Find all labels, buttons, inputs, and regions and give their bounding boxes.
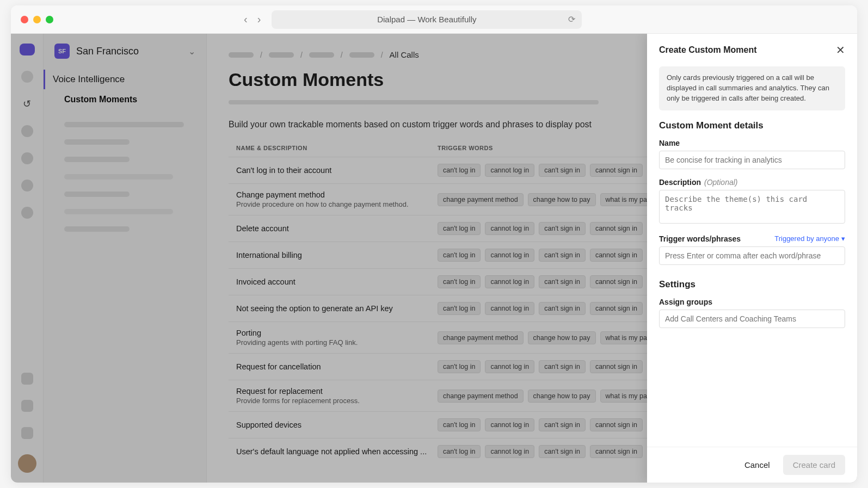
optional-hint: (Optional) — [704, 178, 737, 187]
assign-groups-label: Assign groups — [659, 298, 845, 306]
maximize-window-icon[interactable] — [46, 16, 53, 23]
close-window-icon[interactable] — [21, 16, 28, 23]
caret-down-icon: ▾ — [841, 234, 845, 243]
triggered-by-dropdown[interactable]: Triggered by anyone ▾ — [774, 234, 845, 243]
forward-icon[interactable]: › — [257, 13, 261, 26]
description-input[interactable] — [659, 190, 845, 224]
create-card-button[interactable]: Create card — [783, 455, 845, 475]
close-icon[interactable]: ✕ — [836, 44, 845, 57]
window-controls — [21, 16, 53, 23]
page-url-title: Dialpad — Work Beautifully — [377, 15, 476, 24]
trigger-words-input[interactable] — [659, 246, 845, 265]
reload-icon[interactable]: ⟳ — [568, 14, 575, 24]
assign-groups-input[interactable] — [659, 310, 845, 328]
address-bar[interactable]: Dialpad — Work Beautifully ⟳ — [272, 10, 582, 29]
description-label: Description — [659, 178, 701, 187]
minimize-window-icon[interactable] — [33, 16, 41, 23]
trigger-words-label: Trigger words/phrases — [659, 234, 741, 243]
name-label: Name — [659, 139, 845, 147]
cancel-button[interactable]: Cancel — [738, 455, 777, 475]
settings-heading: Settings — [659, 279, 845, 290]
back-icon[interactable]: ‹ — [244, 13, 248, 26]
create-custom-moment-panel: Create Custom Moment ✕ Only cards previo… — [647, 34, 857, 483]
info-message: Only cards previously triggered on a cal… — [659, 66, 845, 110]
panel-title: Create Custom Moment — [659, 45, 757, 55]
name-input[interactable] — [659, 151, 845, 169]
titlebar: ‹ › Dialpad — Work Beautifully ⟳ — [11, 5, 857, 34]
details-heading: Custom Moment details — [659, 120, 845, 131]
